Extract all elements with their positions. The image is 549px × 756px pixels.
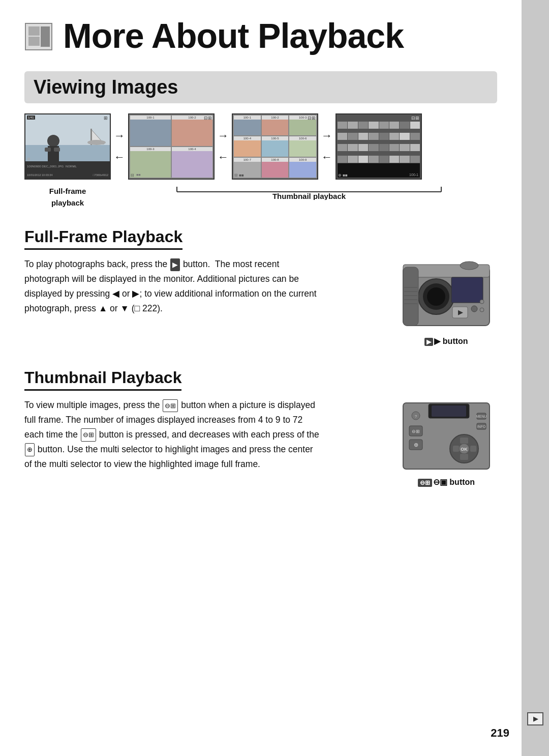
arrow-block-2: → ← xyxy=(218,113,229,180)
seventy-two-thumb-screen: ⊟⊞ xyxy=(336,113,422,180)
arrow-right-1: → xyxy=(114,129,125,142)
thumbnail-section: Thumbnail Playback To view multiple imag… xyxy=(24,356,497,487)
full-frame-section: Full-Frame Playback To play photographs … xyxy=(24,215,497,346)
svg-text:OK: OK xyxy=(461,447,468,452)
full-frame-screen: ⊞ 100N0600 DEC_0001.JPG NORML 10/01/2012… xyxy=(24,113,111,180)
arrow-left-2: ← xyxy=(218,151,229,164)
page-number: 219 xyxy=(491,726,509,740)
arrow-right-2: → xyxy=(218,129,229,142)
arrow-left-3: ← xyxy=(321,151,332,164)
four-thumb-screen: ⊟⊞ 100-1 100-2 100-3 100-4 xyxy=(128,113,215,180)
svg-text:INFO: INFO xyxy=(477,425,486,428)
tc-8: 100-8 xyxy=(262,158,289,178)
svg-point-25 xyxy=(480,308,484,312)
zoom-icon-ff: ⊕ xyxy=(27,157,30,161)
svg-rect-46 xyxy=(470,446,476,452)
thumbnail-content-row: To view multiple images, press the ⊖⊞ bu… xyxy=(24,398,497,487)
svg-text:MENU: MENU xyxy=(476,415,487,418)
nine-thumb-screen: ⊟⊞ 100-1 100-2 100-3 100-4 100-5 100-6 1… xyxy=(232,113,318,180)
diagram-row: ⊞ 100N0600 DEC_0001.JPG NORML 10/01/2012… xyxy=(24,113,497,180)
camera-svg-2: ? ⊖⊞ ⊕ OK xyxy=(398,398,495,474)
svg-rect-12 xyxy=(54,148,60,152)
thumb-btn-inline: ⊖⊞ xyxy=(163,399,178,412)
thumbnail-text-col: To view multiple images, press the ⊖⊞ bu… xyxy=(24,398,380,471)
screen-icon-9: ⊟⊞ xyxy=(308,115,316,121)
tc-9: 100-9 xyxy=(289,158,316,178)
play-inline-icon: ▶ xyxy=(170,258,180,271)
full-frame-label-area: Full-frame playback xyxy=(24,184,111,207)
t72-1 xyxy=(338,122,347,129)
screen-bottom-icons-4: ⊟■■ xyxy=(131,173,140,178)
svg-point-9 xyxy=(47,135,59,147)
chapter-title: More About Playback xyxy=(63,18,404,53)
full-frame-heading: Full-Frame Playback xyxy=(24,227,182,250)
svg-rect-54 xyxy=(432,405,466,417)
svg-rect-27 xyxy=(403,267,418,326)
full-frame-label1: Full-frame xyxy=(24,187,111,195)
svg-point-23 xyxy=(471,306,477,312)
arrow-block-3: → ← xyxy=(321,113,332,180)
thumbnail-button-label: ⊖⊞⊖▣ button xyxy=(418,477,475,487)
tc-6: 100-6 xyxy=(289,136,316,156)
arrow-right-3: → xyxy=(321,129,332,142)
svg-rect-11 xyxy=(45,148,51,152)
full-frame-screen-item: ⊞ 100N0600 DEC_0001.JPG NORML 10/01/2012… xyxy=(24,113,111,180)
screen-icon-72: ⊟⊞ xyxy=(411,115,419,121)
section-heading: Viewing Images xyxy=(24,71,497,103)
svg-point-26 xyxy=(460,261,478,270)
diagram-labels-row: Full-frame playback Thumbnail playback xyxy=(24,184,497,207)
four-thumb-screen-item: ⊟⊞ 100-1 100-2 100-3 100-4 xyxy=(128,113,215,180)
tc-5: 100-5 xyxy=(262,136,289,156)
thumbnail-icon-label: ⊖⊞ xyxy=(418,479,432,487)
screen-top-icon: ⊞ xyxy=(104,115,108,121)
camera-svg-1: ▶ xyxy=(398,257,495,333)
svg-rect-43 xyxy=(460,438,468,444)
nine-thumb-grid: 100-1 100-2 100-3 100-4 100-5 100-6 100-… xyxy=(233,114,317,179)
72-black-area xyxy=(338,163,420,178)
svg-point-8 xyxy=(87,140,106,145)
screen-bottom-icons-72: ⊕ ■■ xyxy=(338,173,348,178)
four-thumb-grid: 100-1 100-2 100-3 100-4 xyxy=(129,114,214,179)
svg-rect-22 xyxy=(451,277,483,303)
camera-image-col-1: ▶ ▶▶ button xyxy=(395,257,497,346)
play-button-label: ▶▶ button xyxy=(424,336,468,346)
tc-2: 100-2 xyxy=(262,115,289,135)
play-icon-label: ▶ xyxy=(424,338,433,346)
arrow-block-1: → ← xyxy=(114,113,125,180)
screen-icon-4: ⊟⊞ xyxy=(204,115,212,121)
zoom-btn-inline: ⊕ xyxy=(25,443,35,456)
chapter-header: More About Playback xyxy=(24,0,497,59)
svg-point-24 xyxy=(480,300,484,304)
mock-ff-info: 100N0600 DEC_0001.JPG NORML xyxy=(25,161,110,171)
thumbnail-label-area: Thumbnail playback xyxy=(121,184,497,200)
svg-rect-44 xyxy=(460,454,468,460)
svg-rect-5 xyxy=(25,145,110,161)
section-heading-text: Viewing Images xyxy=(34,76,178,98)
full-frame-text-col: To play photographs back, press the ▶ bu… xyxy=(24,257,380,316)
full-frame-label2: playback xyxy=(24,198,111,207)
side-bar: ▶ xyxy=(522,0,549,756)
thumb-btn-inline2: ⊖⊞ xyxy=(81,428,96,441)
thumb-cell-1: 100-1 xyxy=(130,115,171,146)
svg-rect-45 xyxy=(453,446,459,452)
camera-image-col-2: ? ⊖⊞ ⊕ OK xyxy=(395,398,497,487)
nine-thumb-screen-item: ⊟⊞ 100-1 100-2 100-3 100-4 100-5 100-6 1… xyxy=(232,113,318,180)
svg-rect-1 xyxy=(28,26,40,36)
svg-text:?: ? xyxy=(415,414,417,419)
thumbnail-heading: Thumbnail Playback xyxy=(24,368,181,391)
seventy-two-thumb-screen-item: ⊟⊞ xyxy=(336,113,422,180)
full-frame-body: To play photographs back, press the ▶ bu… xyxy=(24,257,319,316)
svg-point-21 xyxy=(427,287,445,306)
72-label: 100-1 xyxy=(409,173,418,177)
svg-rect-3 xyxy=(41,26,50,47)
playback-tab-icon: ▶ xyxy=(527,712,543,725)
screen-bottom-icons-9: ⊟ ■■ xyxy=(234,173,244,178)
svg-text:⊖⊞: ⊖⊞ xyxy=(412,429,420,434)
bracket-svg: Thumbnail playback xyxy=(172,184,446,200)
main-content: More About Playback Viewing Images xyxy=(0,0,522,528)
thumbnail-body: To view multiple images, press the ⊖⊞ bu… xyxy=(24,398,319,471)
svg-text:⊕: ⊕ xyxy=(414,442,418,448)
svg-rect-2 xyxy=(28,37,40,46)
tc-4: 100-4 xyxy=(234,136,261,156)
arrow-left-1: ← xyxy=(114,151,125,164)
